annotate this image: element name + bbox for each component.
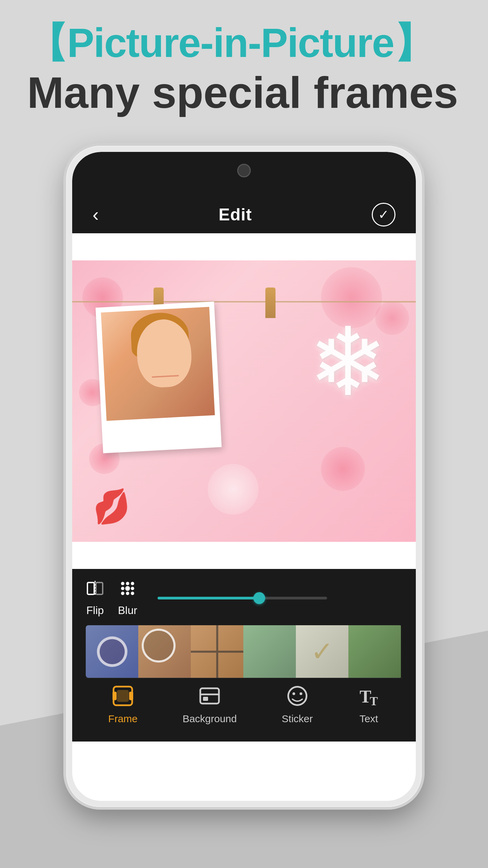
blur-icon <box>118 579 137 601</box>
polaroid-photo <box>101 307 215 421</box>
svg-point-7 <box>125 586 130 591</box>
sticker-label: Sticker <box>282 713 313 725</box>
face-smile <box>152 375 179 378</box>
header-title-teal: 【Picture-in-Picture】 <box>27 20 461 65</box>
svg-point-9 <box>121 592 124 595</box>
svg-point-4 <box>126 582 129 585</box>
text-icon: T T <box>358 685 380 710</box>
phone-screen: ‹ Edit ✓ <box>72 152 416 801</box>
photo-edit-area: 💋 ❄ <box>72 260 416 542</box>
snowflake-decoration: ❄ <box>294 294 402 430</box>
frame-thumb-2[interactable] <box>138 625 191 678</box>
tool-row: Flip <box>86 579 402 617</box>
frame-thumb-6[interactable] <box>348 625 401 678</box>
phone-camera <box>237 164 251 177</box>
header-title-dark: Many special frames <box>27 68 461 117</box>
magnifier-overlay <box>142 629 176 663</box>
svg-rect-0 <box>87 583 94 594</box>
frame-icon <box>112 685 134 710</box>
bottom-nav: Frame Background <box>86 678 402 735</box>
svg-point-20 <box>292 692 295 695</box>
flip-icon <box>86 579 104 601</box>
frame-thumb-5[interactable]: ✓ <box>296 625 348 678</box>
bokeh-5 <box>321 447 365 491</box>
sticker-icon <box>286 685 308 710</box>
frame-thumb-4[interactable] <box>243 625 296 678</box>
svg-point-8 <box>131 587 134 590</box>
snowflake-icon: ❄ <box>308 307 388 417</box>
svg-rect-15 <box>129 692 133 700</box>
nav-sticker[interactable]: Sticker <box>275 685 320 725</box>
confirm-button[interactable]: ✓ <box>372 203 395 226</box>
svg-point-5 <box>131 582 134 585</box>
polaroid-frame[interactable] <box>96 301 222 453</box>
edit-bar: ‹ Edit ✓ <box>72 196 416 233</box>
blur-tool[interactable]: Blur <box>118 579 137 617</box>
frame-label: Frame <box>108 713 138 725</box>
svg-rect-13 <box>117 690 129 702</box>
lips-sticker: 💋 <box>90 486 134 528</box>
slider-fill <box>158 597 259 599</box>
back-button[interactable]: ‹ <box>93 205 99 224</box>
phone-device: ‹ Edit ✓ <box>66 146 422 807</box>
white-space-bottom <box>72 542 416 569</box>
svg-point-11 <box>131 592 134 595</box>
bottom-toolbar: Flip <box>72 569 416 742</box>
frames-row: ✓ <box>86 625 402 678</box>
flip-tool[interactable]: Flip <box>86 579 104 617</box>
nav-background[interactable]: Background <box>176 685 244 725</box>
svg-point-10 <box>126 592 129 595</box>
phone-topbar <box>72 152 416 196</box>
svg-rect-16 <box>200 688 219 704</box>
svg-rect-14 <box>113 692 117 700</box>
svg-point-21 <box>300 692 302 695</box>
background-label: Background <box>183 713 237 725</box>
svg-rect-1 <box>96 583 103 594</box>
svg-rect-18 <box>203 697 208 701</box>
clothespin-right <box>265 288 276 318</box>
nav-text[interactable]: T T Text <box>351 685 387 725</box>
woman-face <box>128 311 201 409</box>
bokeh-7 <box>208 464 259 515</box>
slider-thumb[interactable] <box>253 592 265 604</box>
frame-thumb-1[interactable] <box>86 625 138 678</box>
blur-slider-container <box>158 597 402 599</box>
svg-point-19 <box>288 687 306 705</box>
frame-thumb-3[interactable] <box>191 625 243 678</box>
white-space-top <box>72 233 416 260</box>
svg-point-3 <box>121 582 124 585</box>
edit-title: Edit <box>219 205 252 224</box>
svg-point-6 <box>121 587 124 590</box>
blur-slider-track[interactable] <box>158 597 327 599</box>
flip-label: Flip <box>86 604 104 617</box>
text-label: Text <box>360 713 378 725</box>
nav-frame[interactable]: Frame <box>101 685 144 725</box>
svg-text:T: T <box>370 694 378 707</box>
background-icon <box>199 685 221 710</box>
blur-label: Blur <box>118 604 137 617</box>
header-section: 【Picture-in-Picture】 Many special frames <box>27 20 461 117</box>
